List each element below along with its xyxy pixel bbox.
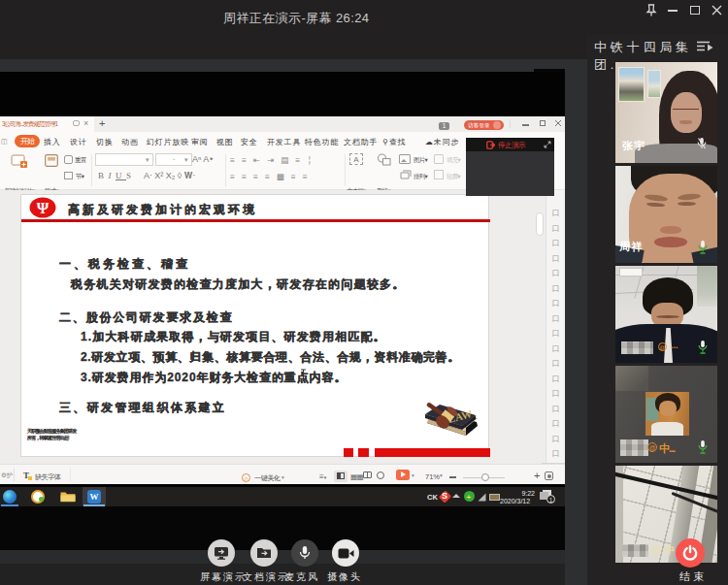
svg-text:Ψ: Ψ bbox=[37, 200, 50, 216]
